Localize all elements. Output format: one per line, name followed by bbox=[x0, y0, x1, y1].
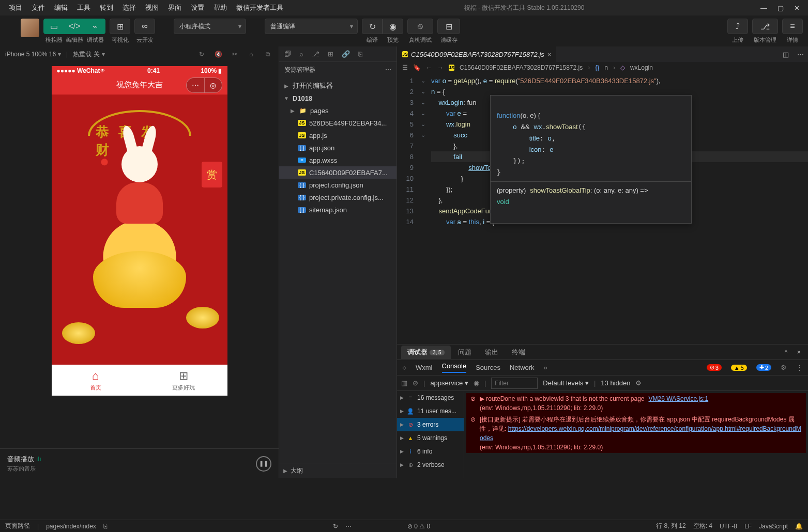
indent[interactable]: 空格: 4 bbox=[693, 522, 712, 530]
tab-problems[interactable]: 问题 bbox=[452, 346, 478, 359]
eol[interactable]: LF bbox=[744, 523, 752, 530]
clear-cache-button[interactable]: ⊟ bbox=[437, 19, 460, 34]
hidden-count[interactable]: 13 hidden bbox=[601, 379, 630, 387]
filter-input[interactable] bbox=[491, 378, 538, 389]
detail-button[interactable]: ≡ bbox=[782, 19, 803, 34]
file-C15640D09F02EBAFA7...[interactable]: JSC15640D09F02EBAFA7... bbox=[279, 166, 397, 179]
file-526D5E449F02EBAF34...[interactable]: JS526D5E449F02EBAF34... bbox=[279, 117, 397, 129]
upload-button[interactable]: ⤴ bbox=[727, 19, 748, 34]
console-sidebar[interactable]: ▶≡16 messages▶👤11 user mes...▶⊘3 errors▶… bbox=[397, 391, 464, 478]
explorer-more-icon[interactable]: ⋯ bbox=[385, 66, 391, 73]
menu-edit[interactable]: 编辑 bbox=[50, 1, 72, 14]
console-error[interactable]: ⊘ [接口更新提示] 若需要小程序在退到后台后继续播放音频，你需要在 app.j… bbox=[466, 414, 806, 453]
device-select[interactable]: iPhone 5 100% 16 bbox=[5, 51, 61, 58]
levels-select[interactable]: Default levels ▾ bbox=[543, 379, 589, 387]
tab-debugger[interactable]: 调试器3, 5 bbox=[401, 346, 451, 359]
visualize-button[interactable]: ⊞ bbox=[110, 19, 130, 34]
code-editor[interactable]: 1234567891011121314 ⌄⌄⌄⌄⌄⌄ var o = getAp… bbox=[397, 73, 808, 344]
sidebar-3 errors[interactable]: ▶⊘3 errors bbox=[397, 418, 464, 431]
context-select[interactable]: appservice ▾ bbox=[430, 379, 468, 387]
sidebar-16 messages[interactable]: ▶≡16 messages bbox=[397, 391, 464, 404]
simulator-button[interactable]: ▭ bbox=[43, 19, 64, 34]
devtools-menu-icon[interactable]: ⋮ bbox=[796, 364, 803, 371]
devtools-toggle-icon[interactable]: ⟐ bbox=[402, 364, 406, 371]
more-icon[interactable]: ⋯ bbox=[793, 51, 808, 58]
language[interactable]: JavaScript bbox=[759, 523, 788, 530]
devtools-sources[interactable]: Sources bbox=[476, 364, 500, 371]
file-project.private.config.js...[interactable]: { }project.private.config.js... bbox=[279, 191, 397, 204]
file-pages[interactable]: ▶📁pages bbox=[279, 104, 397, 117]
menu-devtools[interactable]: 微信开发者工具 bbox=[232, 1, 288, 14]
capsule[interactable]: ⋯◎ bbox=[186, 77, 222, 93]
file-tree[interactable]: ▶打开的编辑器 ▼D1018 ▶📁pagesJS526D5E449F02EBAF… bbox=[279, 77, 397, 463]
menu-tool[interactable]: 工具 bbox=[72, 1, 95, 14]
project-root[interactable]: ▼D1018 bbox=[279, 92, 397, 104]
editor-tab[interactable]: JS C15640D09F02EBAFA73028D767F15872.js × bbox=[397, 46, 556, 62]
red-envelope-icon[interactable]: 赏 bbox=[202, 162, 222, 187]
bookmark-icon[interactable]: 🔖 bbox=[413, 64, 421, 71]
page-body[interactable]: 恭喜发财 赏 bbox=[52, 95, 227, 365]
page-path[interactable]: pages/index/index bbox=[46, 523, 96, 530]
close-button[interactable]: ✕ bbox=[794, 4, 800, 12]
split-icon[interactable]: ◫ bbox=[779, 51, 793, 58]
search-icon[interactable]: ⌕ bbox=[299, 50, 303, 58]
encoding[interactable]: UTF-8 bbox=[720, 523, 737, 530]
compile-button[interactable]: ↻ bbox=[362, 19, 383, 34]
devtools-settings-icon[interactable]: ⚙ bbox=[781, 364, 787, 371]
home-icon[interactable]: ⌂ bbox=[246, 49, 257, 60]
avatar[interactable] bbox=[21, 19, 39, 37]
rotate-icon[interactable]: ↻ bbox=[196, 49, 207, 60]
sidebar-2 verbose[interactable]: ▶⊕2 verbose bbox=[397, 458, 464, 472]
refresh-icon[interactable]: ↻ bbox=[333, 523, 338, 530]
file-app.js[interactable]: JSapp.js bbox=[279, 129, 397, 142]
pause-button[interactable]: ❚❚ bbox=[256, 456, 271, 472]
file-new-icon[interactable]: ⎘ bbox=[358, 50, 362, 58]
menu-goto[interactable]: 转到 bbox=[95, 1, 118, 14]
remote-debug-button[interactable]: ⎋ bbox=[407, 19, 433, 34]
sidebar-toggle-icon[interactable]: ▥ bbox=[401, 379, 407, 387]
chip-warnings[interactable]: ▲ 5 bbox=[731, 365, 747, 371]
page-path-label[interactable]: 页面路径 bbox=[5, 522, 30, 530]
tab-terminal[interactable]: 终端 bbox=[506, 346, 531, 359]
file-app.json[interactable]: { }app.json bbox=[279, 142, 397, 154]
outline-section[interactable]: ▶大纲 bbox=[279, 463, 397, 478]
breadcrumb[interactable]: ☰ 🔖 ← → JS C15640D09F02EBAFA73028D767F15… bbox=[397, 62, 808, 73]
devtools-console[interactable]: Console bbox=[442, 362, 467, 373]
copy-path-icon[interactable]: ⎘ bbox=[103, 523, 107, 530]
console-settings-icon[interactable]: ⚙ bbox=[635, 379, 642, 387]
version-button[interactable]: ⎇ bbox=[752, 19, 778, 34]
file-project.config.json[interactable]: { }project.config.json bbox=[279, 179, 397, 191]
menu-file[interactable]: 文件 bbox=[27, 1, 50, 14]
devtools-network[interactable]: Network bbox=[510, 364, 535, 371]
open-editors-section[interactable]: ▶打开的编辑器 bbox=[279, 80, 397, 92]
editor-button[interactable]: </> bbox=[64, 19, 85, 34]
console-error[interactable]: ⊘ ▶ routeDone with a webviewId 3 that is… bbox=[466, 393, 806, 414]
more-icon[interactable]: ⋯ bbox=[345, 523, 352, 530]
devtools-more-icon[interactable]: » bbox=[544, 364, 547, 371]
menu-project[interactable]: 项目 bbox=[4, 1, 27, 14]
float-icon[interactable]: ⧉ bbox=[262, 49, 273, 60]
phone-simulator[interactable]: ●●●●● WeChatᯤ 0:41 100% ▮ 祝您兔年大吉 ⋯◎ 恭喜发财 bbox=[52, 66, 227, 396]
console-output[interactable]: ⊘ ▶ routeDone with a webviewId 3 that is… bbox=[464, 391, 808, 478]
forward-icon[interactable]: → bbox=[437, 64, 444, 71]
clear-console-icon[interactable]: ⊘ bbox=[413, 379, 418, 387]
minimize-button[interactable]: — bbox=[760, 4, 767, 12]
link-icon[interactable]: 🔗 bbox=[342, 50, 350, 58]
menu-view[interactable]: 视图 bbox=[141, 1, 163, 14]
tab-output[interactable]: 输出 bbox=[479, 346, 505, 359]
tab-close-icon[interactable]: × bbox=[547, 51, 552, 58]
bell-icon[interactable]: 🔔 bbox=[795, 523, 803, 530]
toggle-icon[interactable]: ☰ bbox=[402, 64, 408, 71]
menu-interface[interactable]: 界面 bbox=[163, 1, 186, 14]
back-icon[interactable]: ← bbox=[426, 64, 432, 71]
problems-status[interactable]: ⊘ 0 ⚠ 0 bbox=[407, 523, 430, 530]
maximize-button[interactable]: ▢ bbox=[777, 4, 784, 12]
menu-settings[interactable]: 设置 bbox=[186, 1, 209, 14]
extensions-icon[interactable]: ⊞ bbox=[328, 50, 333, 58]
sidebar-11 user mes...[interactable]: ▶👤11 user mes... bbox=[397, 404, 464, 418]
devtools-wxml[interactable]: Wxml bbox=[416, 364, 433, 371]
sidebar-5 warnings[interactable]: ▶▲5 warnings bbox=[397, 431, 464, 445]
capsule-menu-icon[interactable]: ⋯ bbox=[187, 78, 204, 92]
menu-select[interactable]: 选择 bbox=[118, 1, 141, 14]
compile-select[interactable]: 普通编译 bbox=[265, 19, 358, 34]
